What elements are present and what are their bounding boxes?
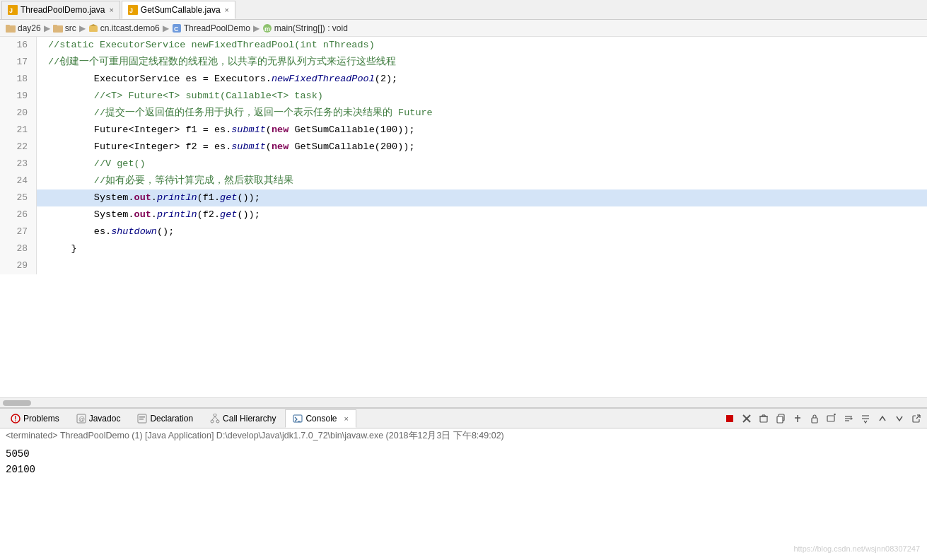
breadcrumb-sep-4: ▶: [253, 23, 260, 33]
tab-getsumcallable[interactable]: J GetSumCallable.java ×: [122, 1, 235, 19]
code-line-21: 21 Future<Integer> f1 = es.submit(new Ge…: [0, 122, 927, 139]
svg-line-51: [916, 415, 920, 419]
svg-text:J: J: [129, 7, 133, 14]
editor-tab-bar: J ThreadPoolDemo.java × J GetSumCallable…: [0, 0, 927, 20]
code-content-26: System.out.println(f2.get());: [37, 206, 260, 223]
tab-threadpooldemo[interactable]: J ThreadPoolDemo.java ×: [1, 1, 120, 19]
svg-line-24: [212, 416, 215, 420]
tab-close-btn-2[interactable]: ×: [225, 6, 229, 14]
console-copy-btn[interactable]: [773, 412, 788, 426]
code-content-27: es.shutdown();: [37, 223, 174, 240]
horizontal-scrollbar[interactable]: [0, 397, 927, 407]
console-up-btn[interactable]: [875, 412, 890, 426]
svg-rect-20: [139, 419, 144, 420]
breadcrumb-sep-2: ▶: [79, 23, 86, 33]
breadcrumb-class: C ThreadPoolDemo: [172, 23, 250, 33]
tab-problems[interactable]: ! Problems: [3, 409, 67, 428]
code-line-27: 27 es.shutdown();: [0, 223, 927, 240]
console-link-btn[interactable]: [909, 412, 924, 426]
console-clear-btn[interactable]: [756, 412, 771, 426]
console-close-btn[interactable]: [739, 412, 754, 426]
tab-console-close[interactable]: ×: [344, 414, 348, 423]
line-number-16: 16: [0, 37, 37, 54]
line-number-24: 24: [0, 173, 37, 189]
svg-rect-8: [89, 26, 98, 32]
code-content-29: [37, 257, 54, 274]
code-line-18: 18 ExecutorService es = Executors.newFix…: [0, 71, 927, 88]
tab-declaration[interactable]: Declaration: [129, 409, 201, 428]
tab-javadoc[interactable]: @ Javadoc: [69, 409, 129, 428]
java-file-icon-2: J: [128, 5, 138, 15]
line-number-25: 25: [0, 189, 37, 206]
tab-callhierarchy[interactable]: Call Hierarchy: [202, 409, 284, 428]
console-stop-btn[interactable]: [722, 412, 737, 426]
tab-console-label: Console: [305, 414, 337, 424]
code-line-29: 29: [0, 257, 927, 274]
code-content-18: ExecutorService es = Executors.newFixedT…: [37, 71, 397, 88]
tab-label-2: GetSumCallable.java: [141, 5, 221, 15]
code-content-19: //<T> Future<T> submit(Callable<T> task): [37, 88, 323, 105]
bottom-tab-bar: ! Problems @ Javadoc Declaration: [0, 409, 927, 428]
console-scroll-lock-btn[interactable]: [858, 412, 873, 426]
h-scrollbar-thumb[interactable]: [3, 400, 31, 406]
javadoc-icon: @: [76, 414, 86, 424]
code-line-16: 16 //static ExecutorService newFixedThre…: [0, 37, 927, 54]
console-output-line-1: 5050 20100: [0, 445, 927, 479]
code-content-22: Future<Integer> f2 = es.submit(new GetSu…: [37, 139, 415, 156]
console-wrap-btn[interactable]: [841, 412, 856, 426]
svg-point-22: [211, 420, 214, 423]
svg-point-23: [216, 420, 219, 423]
code-line-26: 26 System.out.println(f2.get());: [0, 206, 927, 223]
svg-rect-7: [53, 25, 57, 27]
line-number-22: 22: [0, 139, 37, 156]
tab-console[interactable]: Console ×: [285, 409, 356, 428]
callhierarchy-icon: [210, 414, 220, 424]
line-number-29: 29: [0, 257, 37, 274]
code-line-20: 20 //提交一个返回值的任务用于执行，返回一个表示任务的未决结果的 Futur…: [0, 105, 927, 122]
code-content-24: //如有必要，等待计算完成，然后获取其结果: [37, 173, 293, 189]
line-number-26: 26: [0, 206, 37, 223]
line-number-23: 23: [0, 156, 37, 173]
line-number-27: 27: [0, 223, 37, 240]
code-line-24: 24 //如有必要，等待计算完成，然后获取其结果: [0, 173, 927, 189]
breadcrumb-src: src: [53, 23, 76, 33]
svg-point-21: [214, 414, 216, 416]
console-new-btn[interactable]: [824, 412, 839, 426]
console-pin-btn[interactable]: [790, 412, 805, 426]
code-content-23: //V get(): [37, 156, 146, 173]
svg-rect-37: [777, 416, 783, 423]
tab-close-btn[interactable]: ×: [109, 6, 113, 14]
breadcrumb-method: m main(String[]) : void: [262, 23, 348, 33]
svg-text:C: C: [174, 25, 179, 33]
svg-rect-19: [139, 416, 145, 418]
svg-rect-40: [812, 418, 817, 423]
problems-icon: !: [11, 414, 21, 424]
tab-javadoc-label: Javadoc: [89, 414, 121, 424]
code-line-17: 17 //创建一个可重用固定线程数的线程池，以共享的无界队列方式来运行这些线程: [0, 54, 927, 71]
breadcrumb: day26 ▶ src ▶ cn.itcast.demo6 ▶ C Thread…: [0, 20, 927, 37]
code-content-17: //创建一个可重用固定线程数的线程池，以共享的无界队列方式来运行这些线程: [37, 54, 396, 71]
code-line-19: 19 //<T> Future<T> submit(Callable<T> ta…: [0, 88, 927, 105]
breadcrumb-sep-1: ▶: [44, 23, 50, 33]
code-line-23: 23 //V get(): [0, 156, 927, 173]
line-number-28: 28: [0, 240, 37, 257]
line-number-21: 21: [0, 122, 37, 139]
svg-rect-31: [760, 416, 767, 422]
svg-marker-9: [89, 24, 98, 26]
code-line-28: 28 }: [0, 240, 927, 257]
code-content-21: Future<Integer> f1 = es.submit(new GetSu…: [37, 122, 415, 139]
code-editor[interactable]: 16 //static ExecutorService newFixedThre…: [0, 37, 927, 397]
declaration-icon: [137, 414, 147, 424]
svg-rect-41: [827, 416, 834, 421]
code-content-25: System.out.println(f1.get());: [37, 189, 260, 206]
breadcrumb-package: cn.itcast.demo6: [88, 23, 160, 33]
line-number-20: 20: [0, 105, 37, 122]
line-number-19: 19: [0, 88, 37, 105]
class-icon: C: [172, 23, 182, 33]
svg-rect-28: [726, 415, 733, 422]
console-down-btn[interactable]: [892, 412, 907, 426]
tab-label: ThreadPoolDemo.java: [21, 5, 105, 15]
console-lock-btn[interactable]: [807, 412, 822, 426]
code-content-28: }: [37, 240, 77, 257]
folder-icon: [6, 23, 16, 33]
